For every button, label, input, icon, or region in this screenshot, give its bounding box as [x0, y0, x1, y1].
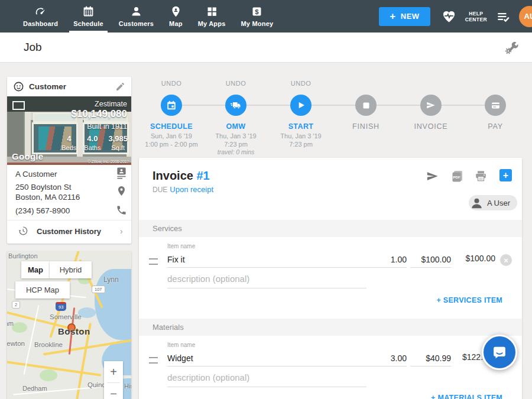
chevron-right-icon[interactable]: ›	[120, 226, 123, 236]
card-icon-button[interactable]	[485, 95, 506, 116]
map-zoom-control: + −	[104, 361, 123, 399]
divider	[7, 220, 131, 220]
map-card[interactable]: Burlington Lynn 107 2 93 Somerville Walt…	[7, 251, 131, 399]
service-item-name-input[interactable]: Fix it	[167, 255, 185, 264]
customer-address-2: Boston, MA 02116	[15, 193, 80, 202]
timeline-step-omw: UNDO OMW Thu, Jan 3 '19 7:23 pm travel: …	[200, 78, 271, 156]
invoice-title: Invoice #1	[153, 169, 210, 183]
contact-card-icon[interactable]	[116, 167, 127, 180]
customer-history-link[interactable]: Customer History	[37, 227, 101, 236]
start-step-button[interactable]	[290, 95, 312, 116]
timeline-step-pay: PAY	[460, 78, 531, 131]
add-services-item-link[interactable]: + SERVICES ITEM	[384, 296, 502, 304]
invoice-step-button[interactable]	[420, 95, 442, 116]
pdf-icon[interactable]: PDF	[450, 169, 465, 183]
timeline-step-finish: FINISH	[330, 78, 401, 131]
checklist-icon[interactable]	[495, 9, 511, 24]
input-underline	[365, 267, 407, 268]
truck-icon	[230, 99, 242, 111]
new-button[interactable]: + NEW	[379, 7, 430, 26]
grid-icon	[206, 5, 218, 18]
built-year: Built in 1911	[87, 122, 127, 131]
input-underline	[167, 267, 390, 268]
input-underline	[167, 387, 366, 387]
nav-label: Map	[169, 20, 183, 27]
map-type-map-button[interactable]: Map	[21, 261, 50, 278]
map-label-lynn: Lynn	[103, 275, 119, 284]
plus-icon: +	[390, 11, 395, 22]
map-type-hybrid-button[interactable]: Hybrid	[50, 261, 92, 278]
undo-link[interactable]: UNDO	[265, 80, 336, 88]
customer-card-header: Customer	[7, 77, 131, 97]
undo-link[interactable]: UNDO	[200, 80, 271, 88]
zoom-in-button[interactable]: +	[104, 361, 123, 382]
undo-link[interactable]: UNDO	[136, 80, 207, 88]
input-underline	[410, 267, 451, 268]
invoice-due: DUEUpon receipt	[153, 185, 213, 194]
remove-item-button[interactable]: ×	[500, 254, 512, 266]
svg-text:$: $	[255, 8, 259, 15]
phone-icon[interactable]	[116, 205, 127, 216]
person-icon	[130, 5, 142, 18]
timeline-step-invoice: INVOICE	[395, 78, 466, 131]
route-107-shield: 107	[92, 286, 105, 293]
chat-icon	[491, 344, 508, 361]
user-avatar[interactable]: AU	[519, 6, 532, 27]
edit-pencil-icon[interactable]	[115, 82, 125, 92]
nav-label: Customers	[119, 20, 154, 27]
drag-handle[interactable]	[149, 357, 158, 364]
heart-pulse-icon[interactable]	[441, 8, 457, 24]
nav-schedule[interactable]: Schedule	[66, 0, 111, 33]
user-silhouette-icon	[470, 196, 484, 210]
play-icon	[296, 100, 306, 110]
zillow-copyright: © Zillow, Inc. 2006-2017	[87, 160, 129, 164]
svg-text:PDF: PDF	[453, 175, 460, 179]
history-icon	[18, 226, 28, 236]
print-icon[interactable]	[474, 170, 488, 183]
nav-customers[interactable]: Customers	[111, 0, 161, 33]
map-label-hingham: Hingham	[124, 382, 131, 390]
customer-name: A Customer	[15, 170, 57, 179]
help-center-link[interactable]: HELP CENTER	[465, 11, 487, 22]
send-invoice-icon[interactable]	[425, 170, 440, 183]
material-item-name-input[interactable]: Widget	[167, 353, 193, 363]
route-2-shield: 2	[12, 301, 20, 309]
hcp-map-button[interactable]: HCP Map	[15, 281, 70, 299]
invoice-number: #1	[196, 169, 209, 182]
photo-frame-icon[interactable]	[12, 101, 25, 110]
chat-bubble-button[interactable]	[482, 335, 517, 370]
credit-card-icon	[491, 100, 501, 111]
service-description-input[interactable]: description (optional)	[167, 274, 249, 284]
nav-label: Dashboard	[23, 20, 58, 27]
due-terms-link[interactable]: Upon receipt	[170, 185, 213, 194]
nav-dashboard[interactable]: Dashboard	[15, 0, 66, 33]
nav-my-apps[interactable]: My Apps	[190, 0, 233, 33]
material-unit-price-input[interactable]: $40.99	[392, 353, 451, 363]
nav-my-money[interactable]: $ My Money	[233, 0, 281, 33]
input-underline	[365, 366, 407, 366]
input-underline	[410, 366, 451, 366]
add-invoice-icon[interactable]: +	[499, 169, 512, 181]
customer-face-icon	[13, 81, 24, 92]
item-name-label: Item name	[167, 342, 195, 348]
timeline-step-schedule: UNDO SCHEDULE Sun, Jan 6 '19 1:00 pm - 2…	[136, 78, 207, 148]
dollar-icon: $	[251, 5, 263, 18]
calendar-icon	[82, 5, 95, 18]
material-description-input[interactable]: description (optional)	[167, 372, 249, 382]
drag-handle[interactable]	[149, 258, 158, 265]
location-pin-icon[interactable]	[116, 184, 127, 197]
schedule-step-button[interactable]	[161, 95, 182, 116]
assigned-user-chip[interactable]: A User	[469, 195, 517, 210]
omw-step-button[interactable]	[225, 95, 246, 116]
services-header: Services qty unit price amount	[139, 220, 522, 237]
gauge-icon	[34, 5, 47, 18]
top-nav: Dashboard Schedule Customers Map My Apps…	[0, 0, 532, 33]
property-photo: Zestimate $10,149,080 Built in 1911 4Bed…	[7, 96, 131, 165]
finish-step-button[interactable]	[355, 95, 377, 116]
nav-label: Schedule	[73, 20, 103, 27]
map-label-waltham: Waltham	[7, 320, 14, 327]
zoom-out-button[interactable]: −	[104, 383, 123, 399]
add-materials-item-link[interactable]: + MATERIALS ITEM	[384, 394, 502, 399]
job-tools-icon[interactable]	[504, 40, 519, 56]
nav-map[interactable]: Map	[161, 0, 190, 33]
